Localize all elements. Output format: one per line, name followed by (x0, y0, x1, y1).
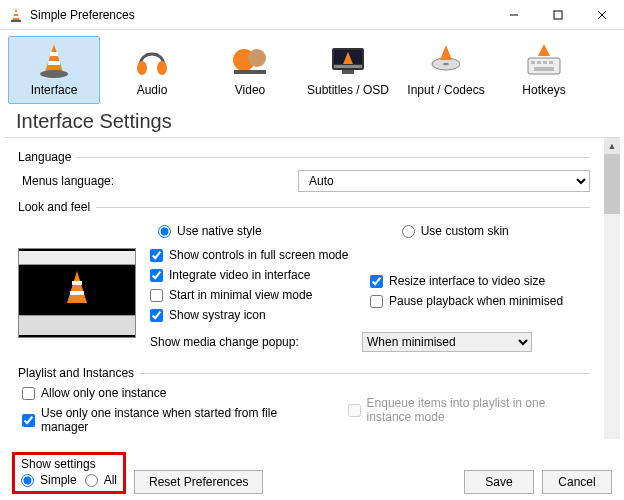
minimize-button[interactable] (492, 0, 536, 30)
svg-point-23 (443, 63, 449, 66)
svg-rect-27 (531, 61, 535, 64)
skin-preview (18, 248, 136, 338)
scroll-area: Language Menus language: Auto Look and f… (4, 138, 604, 439)
popup-label: Show media change popup: (150, 335, 350, 349)
svg-rect-9 (50, 52, 58, 56)
svg-rect-2 (13, 16, 19, 18)
group-playlist: Playlist and Instances (18, 366, 590, 380)
svg-rect-26 (528, 58, 560, 74)
svg-rect-20 (334, 65, 362, 68)
start-minimal-check[interactable]: Start in minimal view mode (150, 288, 370, 302)
integrate-video-check[interactable]: Integrate video in interface (150, 268, 370, 282)
popup-select[interactable]: When minimised (362, 332, 532, 352)
tab-subtitles[interactable]: Subtitles / OSD (302, 36, 394, 104)
show-controls-check[interactable]: Show controls in full screen mode (150, 248, 370, 262)
svg-point-12 (137, 61, 147, 75)
svg-rect-30 (549, 61, 553, 64)
maximize-button[interactable] (536, 0, 580, 30)
svg-marker-0 (12, 8, 20, 21)
cone-icon (11, 41, 97, 81)
show-settings-label: Show settings (21, 457, 117, 471)
svg-rect-33 (72, 281, 82, 285)
native-style-radio[interactable]: Use native style (158, 224, 262, 238)
svg-rect-1 (14, 12, 18, 14)
keyboard-icon (501, 41, 587, 81)
tab-hotkeys[interactable]: Hotkeys (498, 36, 590, 104)
monitor-icon (305, 41, 391, 81)
svg-point-13 (157, 61, 167, 75)
allow-one-instance-check[interactable]: Allow only one instance (22, 386, 288, 400)
svg-rect-29 (543, 61, 547, 64)
reset-preferences-button[interactable]: Reset Preferences (134, 470, 263, 494)
show-settings-group: Show settings Simple All (12, 452, 126, 494)
tab-input-codecs[interactable]: Input / Codecs (400, 36, 492, 104)
svg-rect-5 (554, 11, 562, 19)
content-pane: Language Menus language: Auto Look and f… (4, 137, 620, 439)
group-language: Language (18, 150, 590, 164)
film-icon (207, 41, 293, 81)
window-buttons (492, 0, 624, 30)
window-title: Simple Preferences (30, 8, 492, 22)
vertical-scrollbar[interactable]: ▲ (604, 138, 620, 439)
titlebar: Simple Preferences (0, 0, 624, 30)
tab-label: Hotkeys (522, 83, 565, 97)
tab-label: Subtitles / OSD (307, 83, 389, 97)
svg-rect-10 (48, 61, 60, 65)
cancel-button[interactable]: Cancel (542, 470, 612, 494)
tab-label: Interface (31, 83, 78, 97)
svg-marker-24 (440, 45, 452, 60)
systray-check[interactable]: Show systray icon (150, 308, 370, 322)
show-settings-all[interactable]: All (85, 473, 117, 487)
tab-label: Audio (137, 83, 168, 97)
custom-skin-radio[interactable]: Use custom skin (402, 224, 509, 238)
show-settings-simple[interactable]: Simple (21, 473, 77, 487)
scroll-thumb[interactable] (604, 154, 620, 214)
svg-rect-16 (234, 70, 266, 74)
category-tabs: Interface Audio Video Subtitles / OSD In… (0, 30, 624, 104)
svg-rect-31 (534, 67, 554, 71)
page-title: Interface Settings (0, 104, 624, 137)
svg-rect-21 (342, 70, 354, 74)
save-button[interactable]: Save (464, 470, 534, 494)
svg-marker-32 (67, 271, 87, 303)
scroll-up-arrow[interactable]: ▲ (604, 138, 620, 154)
menus-language-select[interactable]: Auto (298, 170, 590, 192)
svg-point-11 (40, 70, 68, 78)
menus-language-label: Menus language: (18, 174, 298, 188)
one-from-fm-check[interactable]: Use only one instance when started from … (22, 406, 288, 434)
disc-icon (403, 41, 489, 81)
close-button[interactable] (580, 0, 624, 30)
resize-interface-check[interactable]: Resize interface to video size (370, 274, 590, 288)
svg-marker-25 (538, 44, 550, 56)
svg-marker-8 (45, 44, 63, 72)
group-lookfeel: Look and feel (18, 200, 590, 214)
pause-minimised-check[interactable]: Pause playback when minimised (370, 294, 590, 308)
tab-audio[interactable]: Audio (106, 36, 198, 104)
tab-interface[interactable]: Interface (8, 36, 100, 104)
tab-video[interactable]: Video (204, 36, 296, 104)
enqueue-check: Enqueue items into playlist in one insta… (348, 386, 590, 434)
footer: Show settings Simple All Reset Preferenc… (0, 450, 624, 500)
svg-point-15 (248, 49, 266, 67)
svg-rect-28 (537, 61, 541, 64)
svg-rect-3 (11, 20, 21, 22)
tab-label: Input / Codecs (407, 83, 484, 97)
vlc-app-icon (8, 7, 24, 23)
headphones-icon (109, 41, 195, 81)
svg-rect-34 (70, 291, 84, 295)
tab-label: Video (235, 83, 265, 97)
